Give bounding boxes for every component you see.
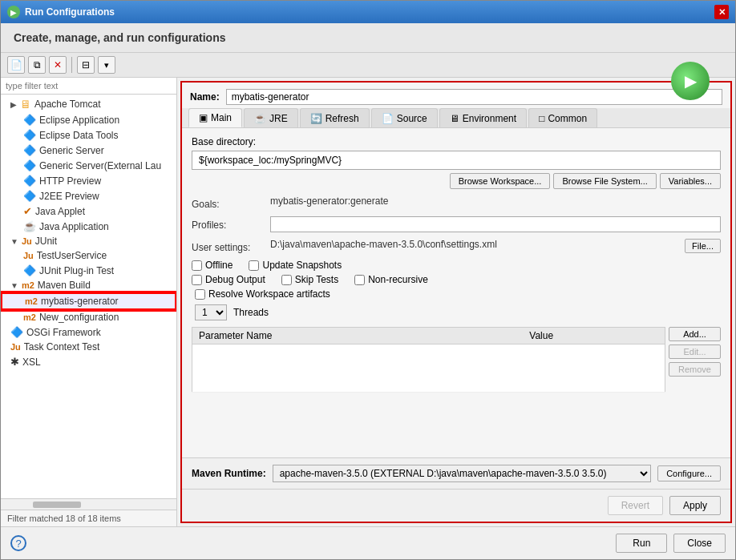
arrow-icon: ▶ [10,100,17,109]
header-area: Create, manage, and run configurations ▶ [1,23,735,53]
resolve-workspace-label: Resolve Workspace artifacts [208,288,330,300]
filter-status: Filter matched 18 of 18 items [7,514,121,523]
sidebar-item-eclipse-app[interactable]: 🔷 Eclipse Application [1,112,176,127]
tree-area: ▶ 🖥 Apache Tomcat 🔷 Eclipse Application … [1,95,176,498]
data-icon: 🔷 [23,129,36,141]
sidebar-item-generic-server[interactable]: 🔷 Generic Server [1,143,176,158]
debug-output-checkbox[interactable] [192,275,202,285]
title-bar-left: ▶ Run Configurations [7,6,115,18]
sidebar-group-maven[interactable]: ▼ m2 Maven Build [1,278,176,292]
apply-button[interactable]: Apply [669,496,721,515]
server-icon: 🖥 [20,98,31,111]
run-button[interactable]: Run [616,534,667,553]
sidebar-label-apache-tomcat: Apache Tomcat [34,99,101,110]
resolve-workspace-checkbox[interactable] [195,289,205,300]
browse-filesystem-button[interactable]: Browse File System... [553,173,656,189]
jre-tab-label: JRE [269,113,288,124]
sidebar-item-j2ee[interactable]: 🔷 J2EE Preview [1,188,176,203]
sidebar-item-generic-server-ext[interactable]: 🔷 Generic Server(External Lau [1,158,176,173]
tab-source[interactable]: 📄 Source [371,108,438,127]
sidebar-item-test-user[interactable]: Ju TestUserService [1,248,176,263]
param-value-header: Value [523,328,665,344]
non-recursive-checkbox[interactable] [354,275,365,285]
user-settings-row: User settings: D:\java\maven\apache-mave… [192,239,721,253]
sidebar: ▶ 🖥 Apache Tomcat 🔷 Eclipse Application … [1,78,177,526]
sidebar-item-xsl[interactable]: ✱ XSL [1,354,176,369]
threads-label: Threads [233,307,269,318]
base-dir-value: ${workspace_loc:/mySpringMVC} [192,151,721,170]
update-snapshots-label: Update Snapshots [262,260,342,271]
base-dir-label: Base directory: [192,136,721,147]
tabs-row: ▣ Main ☕ JRE 🔄 Refresh 📄 Source 🖥 E [182,108,730,128]
window-close-button[interactable]: ✕ [714,5,729,19]
params-empty-row [192,344,665,393]
sidebar-item-task-context[interactable]: Ju Task Context Test [1,340,176,354]
remove-button[interactable]: Remove [669,362,721,377]
scrollbar-thumb [33,502,81,508]
sidebar-scrollbar[interactable] [1,498,176,510]
goals-row: Goals: mybatis-generator:generate [192,195,721,210]
tab-common[interactable]: □ Common [528,108,597,127]
header-title: Create, manage, and run configurations [14,31,226,44]
junit-arrow-icon: ▼ [10,237,18,246]
config-name-input[interactable] [226,89,722,105]
file-button[interactable]: File... [685,239,721,253]
close-button[interactable]: Close [673,534,726,553]
env-tab-icon: 🖥 [450,113,459,124]
filter-input[interactable] [1,78,176,95]
delete-button[interactable]: ✕ [49,56,67,74]
collapse-button[interactable]: ⊟ [77,56,95,74]
skip-tests-checkbox[interactable] [281,275,292,285]
edit-button[interactable]: Edit... [669,344,721,359]
param-name-header: Parameter Name [192,328,524,344]
tab-main[interactable]: ▣ Main [188,108,242,127]
configure-button[interactable]: Configure... [657,465,721,481]
m2-icon: m2 [25,296,38,306]
browse-workspace-button[interactable]: Browse Workspace... [450,173,551,189]
revert-button[interactable]: Revert [608,496,663,515]
sidebar-item-osgi[interactable]: 🔷 OSGi Framework [1,324,176,340]
tab-environment[interactable]: 🖥 Environment [439,108,527,127]
sidebar-label-osgi: OSGi Framework [26,327,101,338]
window-title: Run Configurations [25,6,115,18]
threads-row: 1 2 4 Threads [192,304,721,320]
config-panel: Name: ▣ Main ☕ JRE 🔄 Refresh 📄 [180,81,732,523]
toolbar: 📄 ⧉ ✕ ⊟ ▾ [1,53,735,78]
tab-refresh[interactable]: 🔄 Refresh [300,108,370,127]
help-button[interactable]: ? [10,535,26,551]
tab-jre[interactable]: ☕ JRE [244,108,298,127]
sidebar-item-http[interactable]: 🔷 HTTP Preview [1,173,176,188]
add-button[interactable]: Add... [669,327,721,341]
sidebar-item-new-config[interactable]: m2 New_configuration [1,310,176,324]
checkbox-group-1: Offline Update Snapshots [192,260,721,271]
generic-server-icon: 🔷 [23,144,36,156]
update-snapshots-checkbox[interactable] [249,260,259,271]
run-button-large[interactable]: ▶ [671,62,710,100]
common-tab-label: Common [548,113,587,124]
java-applet-icon: ✔ [23,205,32,217]
name-label: Name: [190,91,220,103]
sidebar-item-java-applet[interactable]: ✔ Java Applet [1,203,176,219]
sidebar-item-java-app[interactable]: ☕ Java Application [1,219,176,234]
sidebar-label-java-applet: Java Applet [35,206,85,217]
profiles-input[interactable] [270,216,721,232]
duplicate-button[interactable]: ⧉ [28,56,46,74]
browse-buttons: Browse Workspace... Browse File System..… [192,173,721,189]
sidebar-group-junit[interactable]: ▼ Ju JUnit [1,234,176,248]
sidebar-item-eclipse-data[interactable]: 🔷 Eclipse Data Tools [1,127,176,143]
expand-menu-button[interactable]: ▾ [98,56,115,74]
new-config-button[interactable]: 📄 [7,56,25,74]
sidebar-item-junit-plugin[interactable]: 🔷 JUnit Plug-in Test [1,263,176,278]
user-settings-label: User settings: [192,239,264,253]
skip-tests-label: Skip Tests [295,274,338,285]
threads-select[interactable]: 1 2 4 [195,304,227,320]
generic-server-ext-icon: 🔷 [23,159,36,171]
checkbox-group-2: Debug Output Skip Tests Non-recursive [192,274,721,285]
runtime-select[interactable]: apache-maven-3.5.0 (EXTERNAL D:\java\mav… [273,465,651,482]
offline-checkbox[interactable] [192,260,202,271]
sidebar-item-mybatis-generator[interactable]: m2 mybatis-generator [1,292,176,310]
variables-button[interactable]: Variables... [660,173,721,189]
sidebar-label-generic-server-ext: Generic Server(External Lau [39,160,161,171]
sidebar-item-apache-tomcat[interactable]: ▶ 🖥 Apache Tomcat [1,96,176,112]
http-icon: 🔷 [23,175,36,187]
